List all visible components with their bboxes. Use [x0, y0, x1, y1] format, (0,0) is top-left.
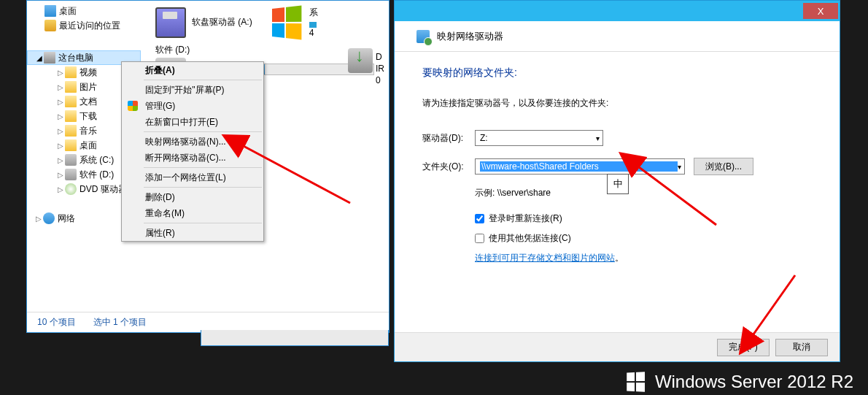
- ctx-label: 重命名(M): [145, 207, 185, 220]
- expand-arrow-icon[interactable]: ▷: [56, 83, 65, 91]
- tree-label: 图片: [80, 81, 97, 93]
- ime-text: 中: [613, 177, 623, 191]
- branding-text: Windows Server 2012 R2: [655, 372, 853, 392]
- network-icon: [43, 212, 55, 224]
- period: 。: [615, 253, 624, 263]
- tree-label: 桌面: [59, 5, 77, 18]
- ctx-manage[interactable]: 管理(G): [122, 98, 263, 114]
- drive-d-label: 软件 (D:): [155, 45, 190, 55]
- drive-label: 驱动器(D):: [422, 132, 475, 145]
- floppy-drive-item[interactable]: 软盘驱动器 (A:): [155, 7, 252, 38]
- partial-text: IR: [376, 63, 384, 74]
- ctx-label: 折叠(A): [145, 64, 175, 77]
- ctx-new-window[interactable]: 在新窗口中打开(E): [122, 114, 263, 130]
- menu-separator: [144, 80, 262, 80]
- recent-icon: [44, 20, 56, 31]
- dialog-title-text: 映射网络驱动器: [437, 30, 503, 43]
- ctx-pin[interactable]: 固定到"开始"屏幕(P): [122, 82, 263, 98]
- ctx-label: 断开网络驱动器(C)...: [145, 152, 226, 164]
- status-bar: 10 个项目 选中 1 个项目: [27, 312, 389, 332]
- chevron-down-icon: ▾: [596, 134, 600, 142]
- expand-arrow-icon[interactable]: ▷: [56, 171, 65, 179]
- ctx-label: 管理(G): [145, 100, 175, 112]
- drive-label: 软盘驱动器 (A:): [192, 16, 252, 28]
- menu-separator: [144, 223, 262, 223]
- drive-value: Z:: [480, 133, 488, 143]
- tree-label: 最近访问的位置: [59, 20, 120, 32]
- expand-arrow-icon[interactable]: ▷: [56, 98, 65, 106]
- expand-arrow-icon[interactable]: ▷: [56, 142, 65, 150]
- svg-line-1: [636, 165, 716, 225]
- dialog-body: 要映射的网络文件夹: 请为连接指定驱动器号，以及你要连接的文件夹: 驱动器(D)…: [395, 52, 840, 279]
- folder-icon: [65, 110, 77, 122]
- ctx-label: 属性(R): [145, 227, 175, 239]
- ctx-properties[interactable]: 属性(R): [122, 225, 263, 241]
- windows-logo-icon: [627, 372, 645, 391]
- dialog-heading: 要映射的网络文件夹:: [422, 66, 812, 80]
- tree-label: 这台电脑: [58, 52, 93, 64]
- expand-arrow-icon[interactable]: ◢: [35, 54, 44, 62]
- expand-arrow-icon[interactable]: ▷: [56, 156, 65, 164]
- expand-arrow-icon[interactable]: ▷: [56, 185, 65, 193]
- expand-arrow-icon[interactable]: ▷: [56, 112, 65, 120]
- ctx-label: 固定到"开始"屏幕(P): [145, 84, 225, 96]
- close-icon: X: [818, 6, 824, 17]
- computer-icon: [44, 52, 55, 64]
- drive-combo[interactable]: Z: ▾: [475, 130, 603, 146]
- ctx-collapse[interactable]: 折叠(A): [122, 62, 263, 78]
- shield-icon: [128, 101, 138, 111]
- storage-link[interactable]: 连接到可用于存储文档和图片的网站: [475, 253, 615, 263]
- desktop-icon: [44, 5, 56, 17]
- status-selected: 选中 1 个项目: [93, 316, 147, 329]
- expand-arrow-icon[interactable]: ▷: [56, 69, 65, 77]
- tree-desktop[interactable]: 桌面: [27, 4, 141, 18]
- folder-icon: [65, 125, 77, 137]
- tree-label: 文档: [80, 96, 97, 108]
- partial-text: 0: [376, 74, 384, 86]
- folder-icon: [65, 139, 77, 151]
- tree-label: 音乐: [80, 125, 97, 137]
- annotation-arrow: [744, 272, 802, 347]
- folder-row: 文件夹(O): \\vmware-host\Shared Folders ▾ 浏…: [422, 158, 812, 175]
- drive-icon: [65, 169, 77, 180]
- ctx-label: 在新窗口中打开(E): [145, 116, 218, 129]
- ime-indicator[interactable]: 中: [607, 174, 629, 194]
- dialog-titlebar[interactable]: X: [395, 1, 840, 21]
- drive-label-partial: 系: [309, 7, 318, 19]
- drive-icon: [65, 154, 77, 166]
- tree-label: 系统 (C:): [80, 154, 114, 166]
- ctx-label: 添加一个网络位置(L): [145, 172, 226, 184]
- annotation-arrow: [233, 137, 357, 212]
- dialog-header: 映射网络驱动器: [395, 21, 840, 52]
- background-window-sliver: [201, 330, 389, 346]
- other-creds-checkbox[interactable]: [475, 234, 484, 243]
- folder-label: 文件夹(O):: [422, 161, 475, 173]
- link-row: 连接到可用于存储文档和图片的网站。: [475, 252, 812, 264]
- tree-label: 下载: [80, 110, 97, 123]
- svg-line-0: [241, 145, 350, 203]
- expand-arrow-icon[interactable]: ▷: [56, 127, 65, 135]
- download-icon: [348, 48, 373, 73]
- dialog-instruction: 请为连接指定驱动器号，以及你要连接的文件夹:: [422, 97, 812, 110]
- expand-arrow-icon[interactable]: ▷: [34, 215, 43, 223]
- drive-cap-partial: 4: [309, 28, 318, 38]
- tree-label: 软件 (D:): [80, 169, 114, 181]
- tree-recent[interactable]: 最近访问的位置: [27, 18, 141, 33]
- folder-icon: [65, 96, 77, 107]
- floppy-icon: [155, 7, 186, 38]
- os-branding: Windows Server 2012 R2: [626, 372, 853, 392]
- windows-flag-icon: [272, 5, 301, 39]
- ctx-label: 删除(D): [145, 191, 175, 204]
- svg-line-2: [751, 275, 795, 337]
- tree-label: 网络: [58, 212, 75, 225]
- close-button[interactable]: X: [803, 3, 838, 19]
- ctx-label: 映射网络驱动器(N)...: [145, 136, 226, 148]
- dvd-icon: [65, 183, 77, 195]
- tree-label: 桌面: [80, 139, 97, 152]
- menu-separator: [144, 131, 262, 132]
- annotation-arrow: [629, 159, 724, 234]
- folder-icon: [65, 66, 77, 78]
- reconnect-checkbox[interactable]: [475, 214, 484, 223]
- reconnect-label: 登录时重新连接(R): [489, 212, 562, 225]
- system-drive-item[interactable]: 系 4: [270, 7, 318, 38]
